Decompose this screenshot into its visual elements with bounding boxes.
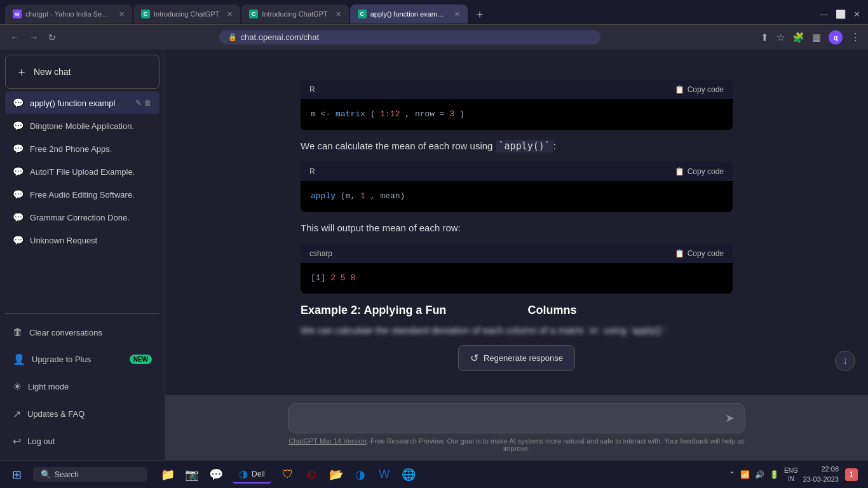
edge-label: Dell [252,470,265,478]
footer-link[interactable]: ChatGPT Mar 14 Version [288,437,367,445]
copy-code-button-1[interactable]: 📋 Copy code [675,85,724,94]
word-icon: W [379,468,390,481]
forward-button[interactable]: → [27,31,41,44]
tab-1-close[interactable]: ✕ [119,10,125,18]
start-button[interactable]: ⊞ [6,464,27,485]
share-icon[interactable]: ⬆ [761,32,769,43]
copy-icon-2: 📋 [675,167,684,176]
notification-badge[interactable]: 1 [845,468,858,481]
up-arrow-icon[interactable]: ⌃ [729,470,735,479]
code-body-1: m <- matrix ( 1:12 , nrow = 3 ) [301,99,733,130]
nav-buttons: ← → ↻ [8,31,58,44]
code-var: m [311,109,321,119]
taskbar-icon-opera[interactable]: ⊙ [301,463,323,486]
taskbar-icon-word[interactable]: W [373,463,396,486]
close-icon[interactable]: ✕ [853,10,860,19]
tab-4[interactable]: C apply() function examples ✕ [350,4,468,24]
tab-2[interactable]: C Introducing ChatGPT ✕ [133,4,240,24]
minimize-icon[interactable]: — [820,10,828,19]
tab-3-close[interactable]: ✕ [336,10,341,18]
taskbar-icon-chat[interactable]: 💬 [205,463,227,486]
new-chat-button[interactable]: ＋ New chat [5,55,159,89]
chat-bubble-icon-4: 💬 [13,166,24,177]
conversation-item-2[interactable]: 💬 Dingtone Mobile Application. [5,114,159,137]
chat-input-box: ➤ [288,403,745,433]
delete-icon[interactable]: 🗑 [144,98,152,107]
taskbar-icon-chrome[interactable]: 🌐 [397,463,420,486]
updates-faq-button[interactable]: ↗ Updates & FAQ [5,400,159,428]
code-bracket: [1] [311,273,330,283]
chat-bubble-icon-6: 💬 [13,212,24,222]
conversation-label-4: AutoIT File Upload Example. [30,167,152,177]
code-block-2: R 📋 Copy code apply (m, 1 , mean) [301,162,733,212]
tab-3[interactable]: C Introducing ChatGPT ✕ [241,4,348,24]
code-fn-apply: apply [311,191,336,201]
prose-3: This will output the mean of each row: [301,220,733,236]
opera-icon: ⊙ [307,468,316,482]
bookmark-icon[interactable]: ☆ [776,32,785,43]
trash-icon: 🗑 [13,327,23,338]
taskbar-icon-files[interactable]: 📁 [156,463,179,486]
url-bar[interactable]: 🔒 chat.openai.com/chat [219,30,600,44]
conversation-item-7[interactable]: 💬 Unknown Request [5,229,159,252]
scroll-to-bottom-button[interactable]: ↓ [835,351,855,371]
tab-1[interactable]: w chatgpt - Yahoo India Search Res... ✕ [5,4,132,24]
conversation-item-3[interactable]: 💬 Free 2nd Phone Apps. [5,137,159,160]
conversation-item-6[interactable]: 💬 Grammar Correction Done. [5,206,159,229]
taskbar-quick-icons: 📁 📷 💬 [156,463,227,486]
sidebar-toggle-icon[interactable]: ▦ [812,32,821,43]
updates-label: Updates & FAQ [27,409,85,419]
tab-3-favicon: C [249,10,258,18]
code-apply-args: (m, [341,191,360,201]
address-bar: ← → ↻ 🔒 chat.openai.com/chat ⬆ ☆ 🧩 ▦ q ⋮ [0,24,868,50]
sound-icon: 🔊 [755,470,764,479]
tab-4-close[interactable]: ✕ [454,10,460,18]
section-heading-2: Example 2: Applying a Function to Matrix… [301,304,733,317]
taskbar-system-tray: ⌃ 📶 🔊 🔋 ENG IN 22:08 23-03-2023 1 [725,464,862,484]
tab-2-favicon: C [141,10,150,18]
clear-conversations-button[interactable]: 🗑 Clear conversations [5,319,159,346]
conversation-item-5[interactable]: 💬 Free Audio Editing Software. [5,183,159,206]
chat-input[interactable] [297,412,719,425]
taskbar-icon-camera[interactable]: 📷 [180,463,203,486]
back-button[interactable]: ← [8,31,22,44]
conversation-label-3: Free 2nd Phone Apps. [30,144,152,154]
maximize-icon[interactable]: ⬜ [836,10,846,19]
light-mode-button[interactable]: ☀ Light mode [5,373,159,400]
new-tab-button[interactable]: ＋ [469,6,491,22]
edit-icon[interactable]: ✎ [135,98,142,107]
tab-4-favicon: C [358,10,367,18]
conversation-item-4[interactable]: 💬 AutoIT File Upload Example. [5,160,159,183]
taskbar-app-edge[interactable]: ◑ Dell [233,465,271,484]
copy-label-1: Copy code [688,85,724,94]
code-assign: <- [321,109,336,119]
chrome-icon: 🌐 [402,468,416,482]
upgrade-to-plus-button[interactable]: 👤 Upgrade to Plus NEW [5,346,159,373]
copy-code-button-3[interactable]: 📋 Copy code [675,249,724,258]
copy-code-button-2[interactable]: 📋 Copy code [675,167,724,176]
url-text: chat.openai.com/chat [241,32,320,42]
send-button[interactable]: ➤ [724,410,736,426]
language-indicator: ENG IN [784,466,798,483]
copy-icon-3: 📋 [675,249,684,258]
profile-button[interactable]: q [829,30,843,44]
window-controls: — ⬜ ✕ [820,10,863,19]
tab-2-close[interactable]: ✕ [227,10,233,18]
taskbar-icon-edge2[interactable]: ◑ [349,463,372,486]
reload-button[interactable]: ↻ [46,31,58,44]
text-3: This will output the mean of each row: [301,220,733,236]
regenerate-popup[interactable]: ↺ Regenerate response [458,345,575,371]
conversation-label-1: apply() function exampl [30,98,129,108]
logout-button[interactable]: ↩ Log out [5,428,159,455]
lock-icon: 🔒 [228,33,237,41]
extensions-icon[interactable]: 🧩 [792,32,804,43]
conversation-item-1[interactable]: 💬 apply() function exampl ✎ 🗑 [5,92,159,114]
taskbar-icon-malware[interactable]: 🛡 [276,463,299,486]
sidebar: ＋ New chat 💬 apply() function exampl ✎ 🗑… [0,50,165,460]
menu-icon[interactable]: ⋮ [850,31,860,43]
taskbar-icon-explorer[interactable]: 📂 [325,463,348,486]
security-icon: 🛡 [282,468,294,481]
taskbar-search-bar[interactable]: 🔍 Search [33,467,147,482]
edge2-icon: ◑ [355,468,365,482]
network-icon: 📶 [740,470,750,479]
